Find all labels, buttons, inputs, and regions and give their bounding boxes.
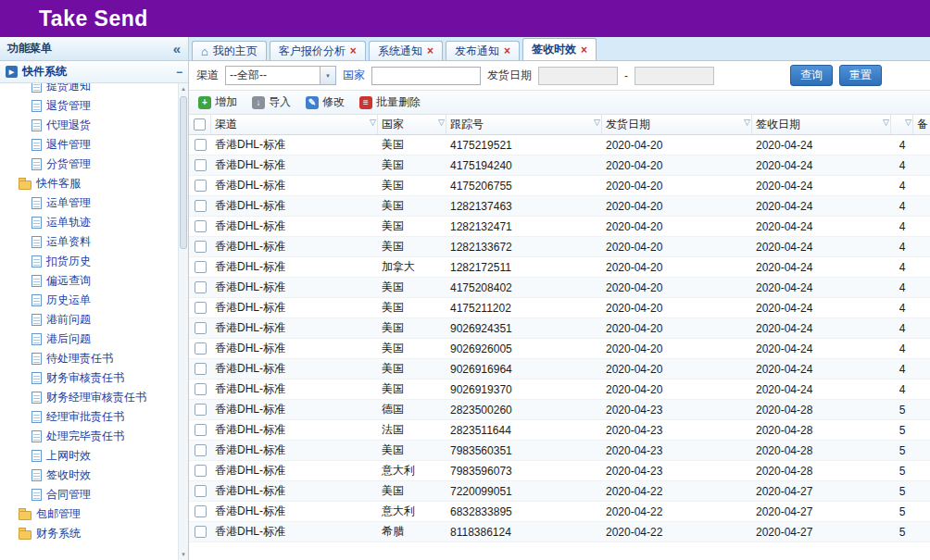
row-checkbox[interactable] xyxy=(195,526,207,538)
table-row[interactable]: 香港DHL-标准美国12821374632020-04-202020-04-24… xyxy=(189,196,930,217)
tab[interactable]: 签收时效× xyxy=(522,38,597,60)
sort-filter-icon[interactable]: ▽ xyxy=(438,118,445,127)
row-checkbox[interactable] xyxy=(195,505,207,517)
row-checkbox[interactable] xyxy=(195,302,207,314)
sidebar-item[interactable]: 偏远查询 xyxy=(0,271,178,291)
ship-date-from-input[interactable] xyxy=(538,67,618,85)
column-header[interactable]: 跟踪号▽ xyxy=(446,115,602,134)
ship-date-to-input[interactable] xyxy=(635,67,714,85)
table-row[interactable]: 香港DHL-标准意大利68328338952020-04-222020-04-2… xyxy=(189,502,930,522)
batch-delete-button[interactable]: ≡批量删除 xyxy=(359,94,421,110)
column-header[interactable]: 国家▽ xyxy=(378,115,446,134)
country-input[interactable] xyxy=(371,67,481,85)
sort-filter-icon[interactable]: ▽ xyxy=(883,118,889,127)
row-checkbox[interactable] xyxy=(195,241,207,253)
sidebar-item[interactable]: 包邮管理 xyxy=(0,504,178,524)
sidebar-item[interactable]: 港前问题 xyxy=(0,310,178,330)
tab[interactable]: 客户报价分析× xyxy=(270,41,366,60)
tab[interactable]: 发布通知× xyxy=(446,41,520,60)
sidebar-item[interactable]: 财务审核责任书 xyxy=(0,368,178,388)
sidebar-item[interactable]: 退货管理 xyxy=(0,96,178,116)
table-row[interactable]: 香港DHL-标准美国90269260052020-04-202020-04-24… xyxy=(189,339,930,359)
row-checkbox[interactable] xyxy=(195,200,207,212)
row-checkbox[interactable] xyxy=(195,342,207,355)
table-row[interactable]: 香港DHL-标准加拿大12821725112020-04-202020-04-2… xyxy=(189,257,930,278)
row-checkbox[interactable] xyxy=(195,363,207,375)
row-checkbox[interactable] xyxy=(195,322,207,334)
scroll-up-icon[interactable]: ▲ xyxy=(179,83,188,94)
tab[interactable]: 系统通知× xyxy=(369,41,443,60)
table-row[interactable]: 香港DHL-标准美国41752084022020-04-202020-04-24… xyxy=(189,278,930,298)
sidebar-item[interactable]: 财务经理审核责任书 xyxy=(0,388,178,407)
close-icon[interactable]: × xyxy=(350,45,357,56)
row-checkbox[interactable] xyxy=(195,220,207,232)
row-checkbox[interactable] xyxy=(195,465,207,477)
edit-button[interactable]: ✎修改 xyxy=(306,94,345,110)
row-checkbox[interactable] xyxy=(195,444,207,456)
sort-filter-icon[interactable]: ▽ xyxy=(370,118,376,127)
sidebar-item[interactable]: 快件客服 xyxy=(0,174,178,193)
sidebar-item[interactable]: 退件管理 xyxy=(0,135,178,155)
sidebar-item[interactable]: 签收时效 xyxy=(0,466,178,485)
sidebar-item[interactable]: 代理退货 xyxy=(0,116,178,135)
sort-filter-icon[interactable]: ▽ xyxy=(594,118,600,127)
table-row[interactable]: 香港DHL-标准美国41752067552020-04-202020-04-24… xyxy=(189,176,930,196)
sidebar-item[interactable]: 运单管理 xyxy=(0,193,178,213)
row-checkbox[interactable] xyxy=(195,485,207,497)
reset-button[interactable]: 重置 xyxy=(839,65,882,86)
table-row[interactable]: 香港DHL-标准法国28235116442020-04-232020-04-28… xyxy=(189,420,930,441)
row-checkbox[interactable] xyxy=(195,180,207,192)
sort-filter-icon[interactable]: ▽ xyxy=(905,118,911,127)
table-row[interactable]: 香港DHL-标准美国12821324712020-04-202020-04-24… xyxy=(189,217,930,237)
sidebar-scrollbar[interactable]: ▲ ▼ xyxy=(178,83,188,560)
collapse-sidebar-button[interactable]: « xyxy=(173,41,181,56)
row-checkbox[interactable] xyxy=(195,404,207,416)
row-checkbox[interactable] xyxy=(195,424,207,436)
row-checkbox[interactable] xyxy=(195,261,207,273)
close-icon[interactable]: × xyxy=(427,45,434,56)
table-row[interactable]: 香港DHL-标准美国90269243512020-04-202020-04-24… xyxy=(189,318,930,339)
sidebar-item[interactable]: 经理审批责任书 xyxy=(0,407,178,427)
table-row[interactable]: 香港DHL-标准美国41752112022020-04-202020-04-24… xyxy=(189,298,930,318)
row-checkbox[interactable] xyxy=(195,139,207,151)
chevron-down-icon[interactable]: ▼ xyxy=(320,67,335,84)
search-button[interactable]: 查询 xyxy=(790,65,833,86)
sidebar-section-express-system[interactable]: ▶ 快件系统 − xyxy=(0,61,188,83)
sidebar-item[interactable]: 扣货历史 xyxy=(0,252,178,271)
row-checkbox[interactable] xyxy=(195,159,207,171)
sort-filter-icon[interactable]: ▽ xyxy=(744,118,750,127)
select-all-checkbox[interactable] xyxy=(194,118,206,131)
column-header[interactable]: 签收日期▽ xyxy=(752,115,891,134)
close-icon[interactable]: × xyxy=(504,45,510,56)
import-button[interactable]: ↓导入 xyxy=(252,94,291,110)
table-row[interactable]: 香港DHL-标准德国28235002602020-04-232020-04-28… xyxy=(189,400,930,420)
sidebar-item[interactable]: 分货管理 xyxy=(0,155,178,174)
table-row[interactable]: 香港DHL-标准美国12821336722020-04-202020-04-24… xyxy=(189,237,930,257)
sidebar-item[interactable]: 运单轨迹 xyxy=(0,213,178,232)
sidebar-item[interactable]: 历史运单 xyxy=(0,291,178,310)
add-button[interactable]: +增加 xyxy=(198,94,237,110)
row-checkbox[interactable] xyxy=(195,281,207,293)
sidebar-item[interactable]: 运单资料 xyxy=(0,232,178,252)
column-header[interactable]: 渠道▽ xyxy=(211,115,378,134)
table-row[interactable]: 香港DHL-标准美国72200990512020-04-222020-04-27… xyxy=(189,481,930,502)
table-row[interactable]: 香港DHL-标准美国41751942402020-04-202020-04-24… xyxy=(189,156,930,176)
sidebar-item[interactable]: 合同管理 xyxy=(0,485,178,504)
collapse-section-icon[interactable]: − xyxy=(176,66,182,79)
sidebar-item[interactable]: 处理完毕责任书 xyxy=(0,427,178,446)
sidebar-item[interactable]: 上网时效 xyxy=(0,446,178,466)
sidebar-item[interactable]: 港后问题 xyxy=(0,330,178,349)
tab[interactable]: ⌂我的主页 xyxy=(192,41,267,60)
table-row[interactable]: 香港DHL-标准美国90269169642020-04-202020-04-24… xyxy=(189,359,930,380)
table-row[interactable]: 香港DHL-标准美国79835603512020-04-232020-04-28… xyxy=(189,441,930,461)
scrollbar-thumb[interactable] xyxy=(180,96,187,249)
table-row[interactable]: 香港DHL-标准美国90269193702020-04-202020-04-24… xyxy=(189,380,930,400)
row-checkbox[interactable] xyxy=(195,383,207,395)
column-header[interactable]: ▽ xyxy=(891,115,913,134)
column-header[interactable]: 备▽ xyxy=(913,115,930,134)
table-row[interactable]: 香港DHL-标准希腊81183861242020-04-222020-04-27… xyxy=(189,522,930,542)
channel-select[interactable]: --全部-- ▼ xyxy=(225,66,336,85)
sidebar-item[interactable]: 财务系统 xyxy=(0,524,178,543)
close-icon[interactable]: × xyxy=(581,44,587,56)
table-row[interactable]: 香港DHL-标准意大利79835960732020-04-232020-04-2… xyxy=(189,461,930,481)
